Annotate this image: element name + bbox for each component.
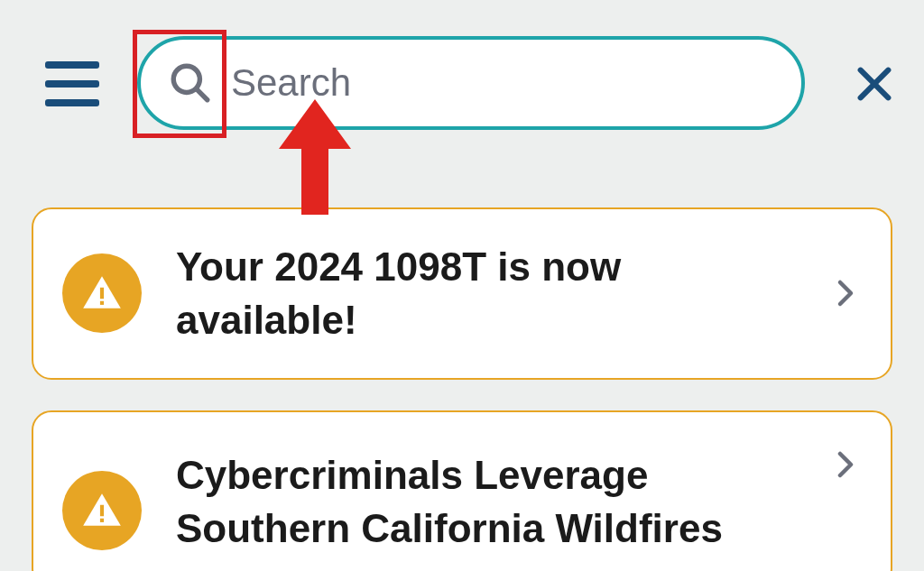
search-input[interactable] <box>231 56 801 110</box>
menu-hamburger[interactable] <box>45 61 99 106</box>
warning-triangle-icon <box>79 271 125 316</box>
hamburger-bar <box>45 99 99 106</box>
svg-rect-7 <box>100 519 104 522</box>
search-icon <box>168 60 213 106</box>
warning-badge <box>62 471 142 550</box>
alert-title: Cybercriminals Leverage Southern Califor… <box>176 448 811 556</box>
hamburger-bar <box>45 61 99 69</box>
hamburger-bar <box>45 80 99 87</box>
svg-line-1 <box>197 89 208 100</box>
chevron-right-icon <box>829 448 862 481</box>
alert-title: Your 2024 1098T is now available! <box>176 240 811 347</box>
chevron-right-icon <box>829 277 862 309</box>
svg-rect-5 <box>100 301 104 305</box>
svg-rect-6 <box>100 505 104 517</box>
search-bar[interactable] <box>137 36 805 130</box>
warning-badge <box>62 253 142 333</box>
warning-triangle-icon <box>79 488 125 533</box>
svg-rect-4 <box>100 288 104 299</box>
alert-card[interactable]: Your 2024 1098T is now available! <box>32 207 892 380</box>
alert-card[interactable]: Cybercriminals Leverage Southern Califor… <box>32 410 892 571</box>
close-button[interactable] <box>852 61 897 106</box>
alerts-list: Your 2024 1098T is now available! Cyberc… <box>0 207 924 571</box>
